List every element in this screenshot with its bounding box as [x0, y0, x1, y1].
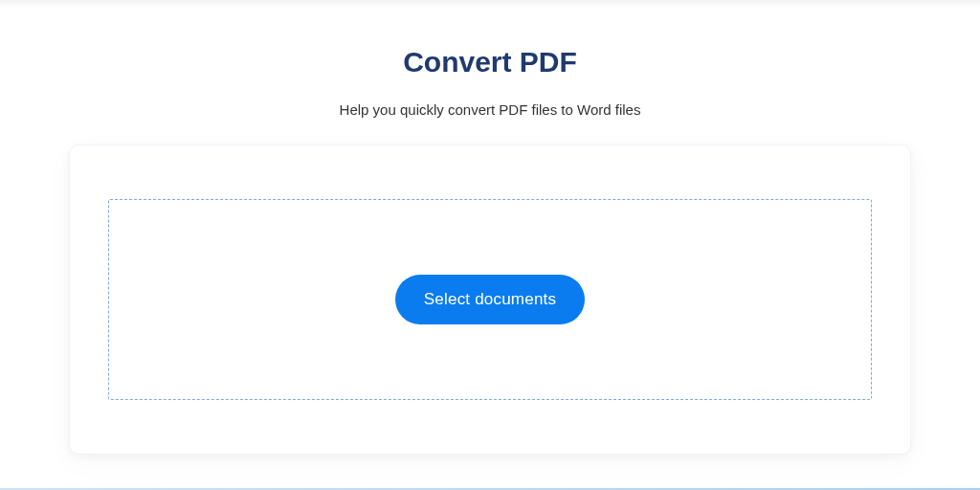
select-documents-button[interactable]: Select documents	[395, 275, 585, 324]
page-title: Convert PDF	[403, 46, 577, 78]
main-container: Convert PDF Help you quickly convert PDF…	[0, 0, 980, 455]
file-dropzone[interactable]: Select documents	[108, 199, 872, 400]
upload-card: Select documents	[69, 145, 911, 455]
page-subtitle: Help you quickly convert PDF files to Wo…	[340, 101, 641, 118]
top-shadow	[0, 0, 980, 8]
